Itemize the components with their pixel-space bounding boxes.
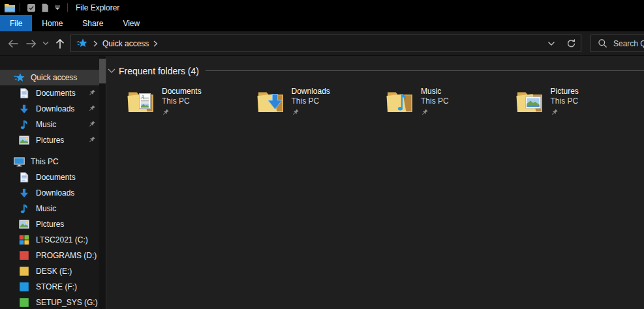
back-button[interactable] xyxy=(4,35,22,53)
navigation-pane: Quick accessDocumentsDownloadsMusicPictu… xyxy=(0,56,99,309)
pin-icon xyxy=(88,121,95,128)
sidebar-item-quick-access[interactable]: Quick access xyxy=(0,70,99,85)
folder-music-icon xyxy=(385,86,415,116)
tile-info: DocumentsThis PC xyxy=(162,86,202,119)
sidebar-item-label: PROGRAMS (D:) xyxy=(36,251,97,260)
music-note-icon xyxy=(18,203,30,214)
tab-home[interactable]: Home xyxy=(32,15,72,31)
tile-name: Music xyxy=(421,87,449,96)
sidebar-item-this-pc-documents[interactable]: Documents xyxy=(0,169,99,185)
group-header-label: Frequent folders (4) xyxy=(119,66,199,76)
sidebar-scrollbar[interactable] xyxy=(99,56,106,309)
pin-icon xyxy=(88,105,95,112)
sidebar-item-quick-access-documents[interactable]: Documents xyxy=(0,85,99,101)
sidebar-item-this-pc-setup-sys-g[interactable]: SETUP_SYS (G:) xyxy=(0,295,99,309)
folder-downloads-icon xyxy=(256,86,286,116)
tab-view[interactable]: View xyxy=(113,15,149,31)
monitor-icon xyxy=(13,157,25,167)
document-icon xyxy=(18,172,30,183)
up-button[interactable] xyxy=(51,35,69,53)
group-header-divider xyxy=(206,70,644,71)
pin-icon xyxy=(162,109,169,116)
recent-locations-button[interactable] xyxy=(40,35,51,53)
frequent-folder-pictures[interactable]: PicturesThis PC xyxy=(515,86,644,119)
music-note-icon xyxy=(18,119,30,130)
sidebar-item-this-pc-store-f[interactable]: STORE (F:) xyxy=(0,279,99,295)
download-arrow-icon xyxy=(18,188,30,198)
address-bar-row: Quick access Search Quick access xyxy=(0,31,644,56)
tile-name: Documents xyxy=(162,87,202,96)
file-explorer-app-icon xyxy=(4,3,16,12)
frequent-folders-tiles: ADocumentsThis PCDownloadsThis PCMusicTh… xyxy=(126,86,644,119)
sidebar-item-label: Downloads xyxy=(36,188,74,198)
customize-quick-access-toolbar-button[interactable] xyxy=(52,5,63,10)
sidebar-item-this-pc-downloads[interactable]: Downloads xyxy=(0,185,99,201)
breadcrumb: Quick access xyxy=(76,38,162,49)
tile-location: This PC xyxy=(162,96,202,106)
tab-share[interactable]: Share xyxy=(72,15,113,31)
titlebar: File Explorer xyxy=(0,0,644,15)
tab-file[interactable]: File xyxy=(0,15,32,31)
chevron-right-icon xyxy=(153,40,158,47)
address-dropdown-button[interactable] xyxy=(542,35,561,52)
sidebar-item-this-pc-programs-d[interactable]: PROGRAMS (D:) xyxy=(0,248,99,263)
address-bar[interactable]: Quick access xyxy=(70,35,581,52)
quick-access-star-icon xyxy=(76,38,87,49)
collapse-group-chevron-icon[interactable] xyxy=(108,68,115,73)
sidebar-item-label: Music xyxy=(36,204,56,213)
titlebar-separator xyxy=(67,3,68,12)
sidebar-item-label: Documents xyxy=(36,89,76,98)
tile-location: This PC xyxy=(292,96,330,106)
quick-access-star-icon xyxy=(13,72,25,83)
download-arrow-icon xyxy=(18,104,30,114)
frequent-folder-downloads[interactable]: DownloadsThis PC xyxy=(256,86,386,119)
tile-location: This PC xyxy=(551,96,579,106)
sidebar-item-quick-access-downloads[interactable]: Downloads xyxy=(0,101,99,117)
sidebar-item-label: Quick access xyxy=(31,73,77,82)
sidebar-item-this-pc-pictures[interactable]: Pictures xyxy=(0,216,99,232)
window-title: File Explorer xyxy=(76,3,119,12)
sidebar-item-this-pc[interactable]: This PC xyxy=(0,154,99,169)
ribbon-tabs: FileHomeShareView xyxy=(0,15,644,31)
drive-green-icon xyxy=(18,297,30,308)
drive-blue-icon xyxy=(18,282,30,292)
new-folder-button[interactable] xyxy=(38,3,52,12)
tile-info: DownloadsThis PC xyxy=(292,86,330,119)
properties-button[interactable] xyxy=(24,3,38,12)
tile-info: MusicThis PC xyxy=(421,86,449,119)
refresh-button[interactable] xyxy=(561,35,581,52)
scrollbar-thumb[interactable] xyxy=(99,59,106,83)
sidebar-item-label: Pictures xyxy=(36,220,64,229)
sidebar-item-this-pc-desk-e[interactable]: DESK (E:) xyxy=(0,263,99,279)
folder-pictures-icon xyxy=(515,86,545,116)
file-explorer-window: File Explorer FileHomeShareView Quick ac… xyxy=(0,0,644,309)
tile-name: Pictures xyxy=(551,87,579,96)
titlebar-separator xyxy=(20,3,20,12)
file-list-pane: Frequent folders (4) ADocumentsThis PCDo… xyxy=(106,56,644,309)
sidebar-item-label: Music xyxy=(36,120,56,129)
sidebar-item-label: Pictures xyxy=(36,136,64,145)
sidebar-item-label: This PC xyxy=(31,157,59,166)
sidebar-item-quick-access-music[interactable]: Music xyxy=(0,117,99,132)
windows-logo-icon xyxy=(18,235,30,245)
pin-icon xyxy=(551,109,558,116)
sidebar-item-label: LTSC2021 (C:) xyxy=(36,235,88,244)
sidebar-item-label: Downloads xyxy=(36,104,74,113)
forward-button[interactable] xyxy=(22,35,40,53)
drive-red-icon xyxy=(18,250,30,261)
frequent-folder-music[interactable]: MusicThis PC xyxy=(385,86,515,119)
sidebar-item-this-pc-music[interactable]: Music xyxy=(0,201,99,216)
sidebar-item-label: SETUP_SYS (G:) xyxy=(36,298,98,307)
sidebar-item-label: Documents xyxy=(36,173,76,182)
picture-icon xyxy=(18,220,30,229)
breadcrumb-segment[interactable]: Quick access xyxy=(102,39,149,48)
sidebar-item-this-pc-ltsc2021-c[interactable]: LTSC2021 (C:) xyxy=(0,232,99,248)
content-area: Quick accessDocumentsDownloadsMusicPictu… xyxy=(0,56,644,309)
group-header: Frequent folders (4) xyxy=(108,65,644,77)
tile-name: Downloads xyxy=(292,87,330,96)
search-input[interactable]: Search Quick access xyxy=(590,35,644,52)
folder-documents-icon: A xyxy=(126,86,156,116)
sidebar-item-quick-access-pictures[interactable]: Pictures xyxy=(0,132,99,148)
svg-text:A: A xyxy=(140,94,145,100)
frequent-folder-documents[interactable]: ADocumentsThis PC xyxy=(126,86,256,119)
